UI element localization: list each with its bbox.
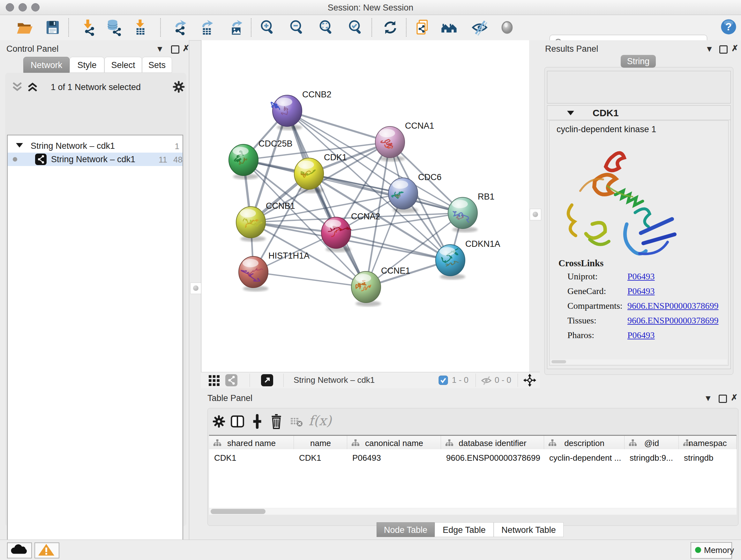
delete-column-icon[interactable]: [269, 414, 284, 429]
tab-edge-table[interactable]: Edge Table: [434, 522, 494, 537]
fit-selected-icon[interactable]: [523, 373, 537, 387]
column-header-description[interactable]: description: [544, 436, 624, 449]
network-row-selected[interactable]: String Network – cdk1 11 48: [8, 152, 183, 166]
home-icon[interactable]: [441, 19, 458, 36]
show-hide-icon[interactable]: [471, 19, 488, 36]
crosslink-link[interactable]: P06493: [627, 286, 655, 296]
close-panel-icon[interactable]: ✗: [183, 44, 190, 53]
table-cell[interactable]: 9606.ENSP00000378699: [446, 453, 540, 463]
cloud-button[interactable]: [7, 543, 32, 558]
selected-checkbox-icon[interactable]: [439, 375, 448, 385]
close-panel-icon[interactable]: ✗: [731, 44, 738, 53]
section-collapse-icon[interactable]: [567, 111, 574, 115]
table-cell[interactable]: CDK1: [214, 453, 236, 463]
tab-string[interactable]: String: [621, 55, 656, 68]
right-splitter[interactable]: [529, 40, 543, 372]
import-network-icon[interactable]: [79, 19, 96, 36]
right-splitter-grip[interactable]: [530, 209, 541, 220]
function-builder-icon[interactable]: f(x): [309, 413, 332, 428]
float-panel-icon[interactable]: [171, 45, 179, 54]
memory-button[interactable]: Memory: [690, 542, 732, 559]
node-HIST1H1A[interactable]: [239, 256, 268, 288]
zoom-in-icon[interactable]: [259, 19, 276, 36]
column-header-name[interactable]: name: [294, 436, 347, 449]
panel-menu-icon[interactable]: ▼: [704, 393, 712, 403]
node-table[interactable]: shared namenamecanonical namedatabase id…: [209, 435, 737, 508]
edge-CCNB2-CCNE1[interactable]: [287, 111, 366, 287]
open-session-icon[interactable]: [16, 19, 33, 36]
column-header-canonical-name[interactable]: canonical name: [347, 436, 441, 449]
tab-select[interactable]: Select: [105, 57, 142, 73]
crosslink-link[interactable]: P06493: [627, 271, 655, 282]
zoom-fit-icon[interactable]: [318, 19, 335, 36]
crosslink-link[interactable]: P06493: [627, 330, 655, 340]
birds-eye-icon[interactable]: [225, 374, 238, 386]
node-CDK1[interactable]: [294, 158, 324, 189]
edge-HIST1H1A-CCNE1[interactable]: [253, 272, 366, 287]
help-icon[interactable]: ?: [720, 18, 737, 36]
zoom-selected-icon[interactable]: [347, 19, 364, 36]
table-gear-icon[interactable]: [212, 414, 226, 429]
column-header-namespac[interactable]: namespac: [679, 436, 737, 449]
node-CDKN1A[interactable]: [435, 245, 465, 276]
network-graph[interactable]: CCNB2CCNA1CDC25BCDK1CDC6RB1CCNB1CCNA2CDK…: [201, 40, 529, 372]
results-hscrollbar[interactable]: [551, 360, 727, 364]
highlight-icon[interactable]: [498, 19, 516, 36]
table-cell[interactable]: P06493: [352, 453, 381, 463]
node-CCNE1[interactable]: [351, 271, 381, 303]
gear-icon[interactable]: [172, 80, 186, 94]
table-cell[interactable]: stringdb:9...: [630, 453, 673, 463]
node-CCNB1[interactable]: [236, 206, 266, 238]
network-collection-row[interactable]: String Network – cdk1 1: [8, 139, 183, 152]
node-CCNA1[interactable]: [375, 126, 405, 158]
table-hscrollbar[interactable]: [209, 508, 737, 515]
node-CDC25B[interactable]: [229, 144, 258, 176]
import-table-icon[interactable]: [131, 19, 149, 36]
column-header-database-identifier[interactable]: database identifier: [441, 436, 544, 449]
float-panel-icon[interactable]: [719, 395, 727, 403]
column-header--id[interactable]: @id: [624, 436, 679, 449]
export-image-icon[interactable]: [227, 19, 245, 36]
table-cell[interactable]: stringdb: [684, 453, 714, 463]
panel-menu-icon[interactable]: ▼: [705, 44, 714, 54]
node-RB1[interactable]: [448, 197, 477, 229]
crosslink-link[interactable]: 9606.ENSP00000378699: [627, 315, 718, 326]
open-in-window-icon[interactable]: [261, 374, 273, 386]
table-cell[interactable]: CDK1: [299, 453, 321, 463]
table-hscrollbar-thumb[interactable]: [211, 509, 266, 514]
clone-network-icon[interactable]: [414, 19, 431, 36]
export-network-icon[interactable]: [171, 19, 188, 36]
grid-view-icon[interactable]: [208, 374, 220, 387]
float-panel-icon[interactable]: [719, 45, 728, 54]
tab-network[interactable]: Network: [23, 57, 70, 73]
toolbar-separator: [406, 18, 407, 37]
node-CDC6[interactable]: [388, 178, 418, 209]
left-splitter-grip[interactable]: [190, 283, 202, 294]
create-column-icon[interactable]: [249, 414, 265, 429]
tab-style[interactable]: Style: [70, 57, 105, 73]
warning-button[interactable]: [35, 543, 59, 558]
tab-sets[interactable]: Sets: [142, 57, 172, 73]
zoom-out-icon[interactable]: [288, 19, 306, 36]
node-CCNA2[interactable]: [321, 217, 351, 248]
table-cell[interactable]: cyclin-dependent ...: [549, 453, 621, 463]
export-table-icon[interactable]: [198, 19, 215, 36]
network-edge-count: 48: [170, 155, 183, 165]
import-network-database-icon[interactable]: [105, 19, 122, 36]
node-CCNB2[interactable]: [271, 95, 302, 126]
cdk1-section: CDK1 cyclin-dependent kinase 1 CrossLink…: [547, 105, 731, 369]
show-columns-icon[interactable]: [229, 414, 246, 429]
cdk1-section-header[interactable]: CDK1: [547, 106, 731, 120]
tab-node-table[interactable]: Node Table: [377, 522, 434, 537]
save-session-icon[interactable]: [44, 19, 61, 36]
delete-table-icon[interactable]: [290, 417, 303, 428]
tab-network-table[interactable]: Network Table: [494, 522, 563, 537]
column-header-shared-name[interactable]: shared name: [209, 436, 294, 449]
close-panel-icon[interactable]: ✗: [731, 393, 738, 402]
expand-collection-icon[interactable]: [16, 143, 23, 147]
edge-CCNB2-CCNA1[interactable]: [287, 111, 390, 142]
panel-menu-icon[interactable]: ▼: [156, 44, 164, 54]
refresh-icon[interactable]: [382, 19, 399, 36]
network-canvas[interactable]: CCNB2CCNA1CDC25BCDK1CDC6RB1CCNB1CCNA2CDK…: [201, 40, 530, 372]
crosslink-link[interactable]: 9606.ENSP00000378699: [627, 301, 718, 311]
